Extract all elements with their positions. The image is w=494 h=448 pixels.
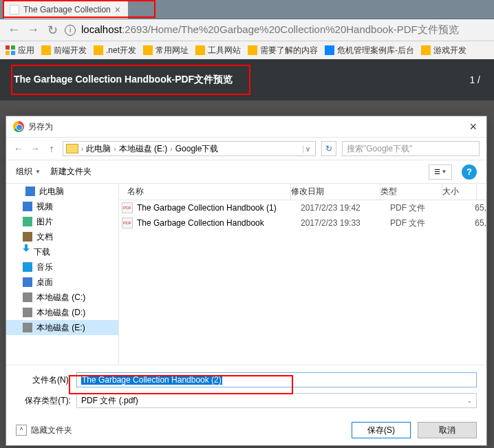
chevron-down-icon[interactable]: v: [303, 145, 312, 153]
chevron-right-icon: ›: [170, 145, 172, 153]
sidebar-item-documents[interactable]: 文档: [6, 229, 118, 244]
column-size[interactable]: 大小: [442, 184, 477, 200]
sidebar-item-label: 文档: [36, 231, 53, 243]
apps-button[interactable]: 应用: [6, 45, 34, 56]
folder-icon: [66, 144, 78, 153]
drive-icon: [23, 323, 32, 332]
sidebar-item-desktop[interactable]: 桌面: [6, 275, 118, 290]
chevron-down-icon: ▼: [442, 169, 447, 175]
site-info-icon[interactable]: i: [65, 25, 76, 36]
column-type[interactable]: 类型: [380, 184, 442, 200]
folder-icon: [94, 45, 103, 55]
pc-icon: [25, 186, 35, 196]
bookmark-item[interactable]: 前端开发: [41, 45, 87, 56]
url-field[interactable]: localhost:2693/Home/The%20Garbage%20Coll…: [81, 23, 487, 36]
breadcrumb-item[interactable]: Google下载: [175, 143, 219, 155]
breadcrumb-item[interactable]: 此电脑: [86, 143, 111, 155]
file-size: 65,: [452, 203, 486, 213]
file-size: 65,: [452, 218, 486, 228]
save-button[interactable]: 保存(S): [352, 422, 411, 438]
sidebar-item-label: 桌面: [36, 277, 53, 288]
organize-button[interactable]: 组织▼: [16, 166, 41, 178]
forward-icon[interactable]: →: [26, 23, 40, 37]
bookmarks-bar: 应用 前端开发 .net开发 常用网址 工具网站 需要了解的内容 危机管理案例库…: [0, 41, 494, 59]
hide-folders-button[interactable]: ^ 隐藏文件夹: [16, 425, 72, 436]
file-list-header: 名称 修改日期 类型 大小: [119, 184, 486, 200]
sidebar-item-downloads[interactable]: 下载: [6, 244, 118, 259]
cancel-button[interactable]: 取消: [418, 422, 477, 438]
filename-input[interactable]: The Garbage Collection Handbook (2): [76, 372, 477, 387]
dialog-toolbar: 组织▼ 新建文件夹 ☰▼ ?: [6, 160, 486, 184]
file-name: The Garbage Collection Handbook (1): [137, 203, 301, 213]
tab-title: The Garbage Collection: [23, 5, 111, 14]
music-icon: [23, 262, 32, 272]
dialog-footer: 文件名(N): The Garbage Collection Handbook …: [6, 365, 486, 415]
pdf-toolbar: The Garbage Collection Handbook-PDF文件预览 …: [0, 59, 494, 100]
url-path: /Home/The%20Garbage%20Collection%20Handb…: [148, 23, 459, 35]
pdf-page-indicator: 1 /: [469, 74, 480, 85]
reload-icon[interactable]: ↻: [45, 23, 59, 38]
close-icon[interactable]: ×: [466, 120, 480, 134]
bookmark-item[interactable]: 常用网址: [143, 45, 189, 56]
hide-folders-label: 隐藏文件夹: [31, 425, 72, 436]
sidebar-item-drive-d[interactable]: 本地磁盘 (D:): [6, 305, 118, 320]
file-row[interactable]: PDF The Garbage Collection Handbook 2017…: [119, 215, 486, 231]
bookmark-item[interactable]: 需要了解的内容: [248, 45, 318, 56]
bookmark-label: 工具网站: [208, 45, 241, 56]
path-breadcrumb[interactable]: › 此电脑 › 本地磁盘 (E:) › Google下载 v: [63, 141, 316, 156]
sidebar-item-label: 视频: [36, 201, 53, 213]
filetype-value: PDF 文件 (.pdf): [81, 395, 138, 407]
page-icon: [325, 45, 334, 55]
sidebar-item-music[interactable]: 音乐: [6, 259, 118, 275]
bookmark-item[interactable]: 危机管理案例库-后台: [325, 45, 414, 56]
apps-label: 应用: [18, 45, 34, 56]
filetype-select[interactable]: PDF 文件 (.pdf)⌄: [76, 393, 477, 408]
bookmark-item[interactable]: .net开发: [94, 45, 136, 56]
bookmark-label: 需要了解的内容: [260, 45, 318, 56]
view-options-button[interactable]: ☰▼: [429, 164, 452, 180]
search-placeholder: 搜索"Google下载": [347, 143, 412, 155]
pdf-icon: PDF: [122, 202, 133, 213]
column-date[interactable]: 修改日期: [291, 184, 380, 200]
back-icon[interactable]: ←: [13, 143, 24, 154]
bookmark-item[interactable]: 游戏开发: [421, 45, 466, 56]
file-name: The Garbage Collection Handbook: [137, 218, 301, 228]
file-date: 2017/2/23 19:33: [301, 218, 390, 228]
refresh-icon[interactable]: ↻: [321, 141, 336, 156]
file-row[interactable]: PDF The Garbage Collection Handbook (1) …: [119, 200, 486, 215]
apps-icon: [6, 45, 15, 55]
address-bar: ← → ↻ i localhost:2693/Home/The%20Garbag…: [0, 19, 494, 41]
forward-icon[interactable]: →: [30, 143, 41, 154]
sidebar-item-drive-c[interactable]: 本地磁盘 (C:): [6, 290, 118, 305]
folder-icon: [41, 45, 51, 55]
sidebar-item-video[interactable]: 视频: [6, 199, 118, 214]
url-host: localhost: [81, 23, 122, 35]
column-name[interactable]: 名称: [119, 184, 291, 200]
sidebar-item-pictures[interactable]: 图片: [6, 214, 118, 229]
chevron-up-icon: ^: [16, 425, 27, 436]
dialog-nav-bar: ← → ↑ › 此电脑 › 本地磁盘 (E:) › Google下载 v ↻ 搜…: [6, 137, 486, 160]
folder-icon: [143, 45, 153, 55]
bookmark-label: 前端开发: [54, 45, 87, 56]
dialog-titlebar: 另存为 ×: [6, 116, 486, 137]
help-icon[interactable]: ?: [462, 164, 477, 180]
pdf-title: The Garbage Collection Handbook-PDF文件预览: [14, 74, 233, 86]
chevron-down-icon: ⌄: [467, 398, 472, 404]
folder-icon: [248, 45, 257, 55]
filename-value: The Garbage Collection Handbook (2): [81, 375, 222, 385]
close-icon[interactable]: ×: [115, 4, 120, 15]
documents-icon: [23, 232, 32, 242]
search-input[interactable]: 搜索"Google下载": [342, 141, 480, 156]
back-icon[interactable]: ←: [7, 23, 21, 37]
sidebar-item-label: 本地磁盘 (D:): [36, 307, 85, 319]
breadcrumb-item[interactable]: 本地磁盘 (E:): [119, 143, 168, 155]
new-folder-button[interactable]: 新建文件夹: [50, 166, 92, 178]
sidebar-item-this-pc[interactable]: 此电脑: [6, 184, 118, 199]
browser-tab[interactable]: The Garbage Collection ×: [4, 1, 128, 19]
favicon-icon: [10, 5, 19, 14]
save-as-dialog: 另存为 × ← → ↑ › 此电脑 › 本地磁盘 (E:) › Google下载…: [6, 116, 487, 446]
up-icon[interactable]: ↑: [46, 143, 57, 154]
sidebar-item-drive-e[interactable]: 本地磁盘 (E:): [6, 320, 118, 335]
bookmark-item[interactable]: 工具网站: [195, 45, 241, 56]
chrome-icon: [13, 121, 24, 132]
